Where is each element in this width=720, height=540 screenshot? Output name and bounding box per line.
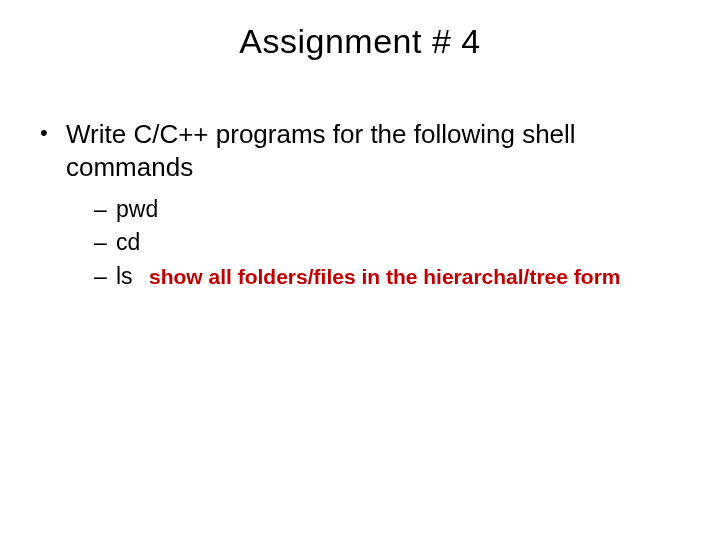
cmd-label: pwd [116, 196, 158, 222]
bullet-item-main: • Write C/C++ programs for the following… [40, 118, 680, 183]
sub-item-cd: – cd [94, 226, 680, 259]
slide-title: Assignment # 4 [0, 22, 720, 61]
sub-item-ls: – ls show all folders/files in the hiera… [94, 260, 680, 293]
dash-glyph: – [94, 226, 116, 259]
sub-item-label: pwd [116, 193, 680, 226]
dash-glyph: – [94, 193, 116, 226]
bullet-text: Write C/C++ programs for the following s… [66, 118, 680, 183]
cmd-note: show all folders/files in the hierarchal… [149, 265, 620, 288]
slide-body: • Write C/C++ programs for the following… [40, 118, 680, 293]
slide: Assignment # 4 • Write C/C++ programs fo… [0, 0, 720, 540]
cmd-label: ls [116, 263, 133, 289]
sub-item-label: ls show all folders/files in the hierarc… [116, 260, 680, 293]
dash-glyph: – [94, 260, 116, 293]
sub-list: – pwd – cd – ls show all folders/files i… [94, 193, 680, 293]
sub-item-pwd: – pwd [94, 193, 680, 226]
cmd-label: cd [116, 229, 140, 255]
bullet-glyph: • [40, 118, 66, 183]
sub-item-label: cd [116, 226, 680, 259]
